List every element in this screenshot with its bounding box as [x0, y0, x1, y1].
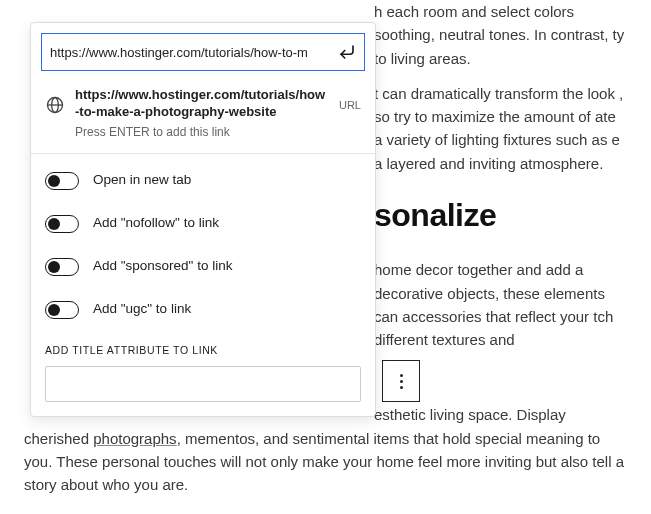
ugc-label: Add "ugc" to link: [93, 299, 191, 320]
paragraph[interactable]: esthetic living space. Display cherished…: [24, 403, 627, 496]
url-input-wrap[interactable]: [41, 33, 365, 71]
new-tab-label: Open in new tab: [93, 170, 191, 191]
sponsored-label: Add "sponsored" to link: [93, 256, 232, 277]
nofollow-toggle[interactable]: [45, 215, 79, 233]
new-tab-toggle[interactable]: [45, 172, 79, 190]
photographs-link[interactable]: photographs: [93, 430, 176, 447]
title-attr-label: ADD TITLE ATTRIBUTE TO LINK: [45, 342, 361, 358]
globe-icon: [45, 95, 65, 115]
suggestion-url: https://www.hostinger.com/tutorials/how-…: [75, 87, 329, 121]
paragraph[interactable]: home decor together and add a decorative…: [374, 258, 627, 351]
option-nofollow: Add "nofollow" to link: [45, 213, 361, 234]
suggestion-type-tag: URL: [339, 97, 361, 114]
enter-icon: [336, 41, 358, 63]
link-options: Open in new tab Add "nofollow" to link A…: [31, 154, 375, 416]
ugc-toggle[interactable]: [45, 301, 79, 319]
link-popup: https://www.hostinger.com/tutorials/how-…: [30, 22, 376, 417]
url-input-row: [31, 23, 375, 81]
option-new-tab: Open in new tab: [45, 170, 361, 191]
paragraph[interactable]: h each room and select colors soothing, …: [374, 0, 627, 70]
title-attr-input[interactable]: [45, 366, 361, 402]
nofollow-label: Add "nofollow" to link: [93, 213, 219, 234]
url-suggestion[interactable]: https://www.hostinger.com/tutorials/how-…: [31, 81, 375, 153]
option-sponsored: Add "sponsored" to link: [45, 256, 361, 277]
paragraph[interactable]: t can dramatically transform the look , …: [374, 82, 627, 175]
option-ugc: Add "ugc" to link: [45, 299, 361, 320]
heading-personalize[interactable]: sonalize: [374, 191, 627, 241]
vertical-dots-icon: [400, 374, 403, 389]
more-options-button[interactable]: [382, 360, 420, 402]
sponsored-toggle[interactable]: [45, 258, 79, 276]
url-input[interactable]: [50, 45, 336, 60]
suggestion-body: https://www.hostinger.com/tutorials/how-…: [75, 87, 329, 141]
suggestion-hint: Press ENTER to add this link: [75, 123, 329, 142]
